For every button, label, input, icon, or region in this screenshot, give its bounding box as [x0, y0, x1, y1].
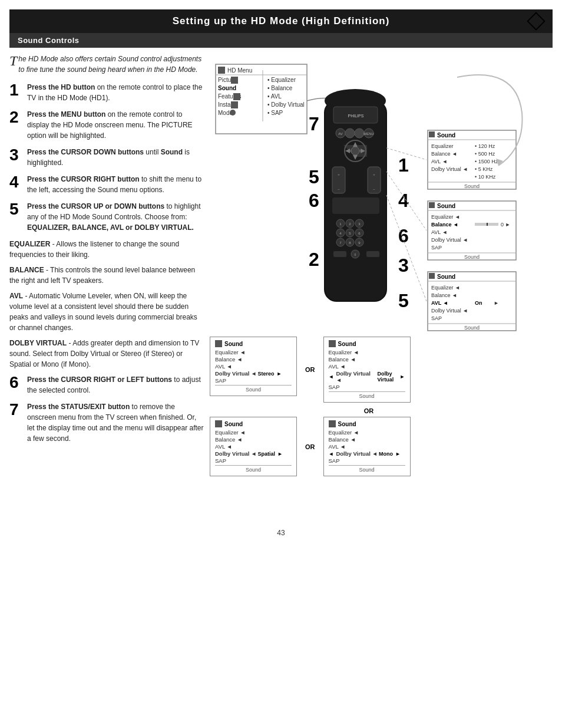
step-badge-6: 6 [309, 190, 319, 211]
svg-rect-71 [429, 131, 435, 137]
sound-panel-spatial: Sound Equalizer ◄ Balance ◄ AVL ◄ Dolby … [210, 417, 297, 476]
svg-text:AVL ◄: AVL ◄ [431, 300, 448, 306]
step-3: 3 Press the CURSOR DOWN buttons until So… [9, 147, 204, 168]
svg-text:AVL      ◄: AVL ◄ [431, 159, 447, 164]
svg-rect-47 [332, 197, 379, 214]
svg-text:Dolby Virtual ◄: Dolby Virtual ◄ [431, 308, 468, 314]
section-header: Sound Controls [9, 33, 553, 48]
bottom-section: Sound Equalizer ◄ Balance ◄ AVL ◄ Dolby … [210, 337, 528, 476]
svg-rect-86 [429, 202, 435, 208]
svg-text:MENU: MENU [363, 132, 374, 136]
right-column: HD Menu Picture Sound Features Install M… [210, 54, 553, 513]
or-label-3: OR [305, 443, 315, 450]
step-badge-5: 5 [309, 166, 319, 187]
sound-panel-dolby-dv: Sound Equalizer ◄ Balance ◄ AVL ◄ ◄ Dolb… [323, 337, 411, 403]
svg-text:Sound: Sound [437, 203, 455, 209]
step-badge-1: 1 [398, 154, 409, 176]
sound-panel-3: Sound Equalizer ◄ Balance ◄ AVL ◄ On ► D… [428, 272, 516, 331]
svg-text:• Balance: • Balance [267, 85, 293, 91]
step-1: 1 Press the HD button on the remote cont… [9, 82, 204, 103]
sound-icon-3 [215, 420, 222, 427]
svg-rect-10 [231, 101, 238, 108]
diamond-icon [525, 11, 547, 32]
hd-menu-box: HD Menu Picture Sound Features Install M… [216, 64, 307, 134]
svg-text:Sound: Sound [437, 132, 455, 139]
svg-text:• 10 KHz: • 10 KHz [475, 174, 496, 180]
svg-point-27 [355, 129, 364, 138]
page-title: Setting up the HD Mode (High Definition) [9, 9, 553, 33]
step-5: 5 Press the CURSOR UP or DOWN buttons to… [9, 201, 204, 233]
svg-text:• 1500 Hz: • 1500 Hz [475, 159, 498, 164]
svg-point-26 [345, 129, 355, 138]
svg-marker-0 [528, 13, 545, 30]
svg-text:• SAP: • SAP [267, 110, 283, 116]
sound-panel-mono: Sound Equalizer ◄ Balance ◄ AVL ◄ ◄ Dolb… [323, 417, 411, 476]
svg-text:• 500 Hz: • 500 Hz [475, 151, 495, 157]
svg-text:On: On [475, 300, 482, 306]
svg-text:Equalizer: Equalizer [431, 143, 454, 149]
main-layout: T he HD Mode also offers certain Sound c… [0, 48, 562, 519]
svg-text:AVL     ◄: AVL ◄ [431, 229, 447, 235]
step-badge-6b: 6 [398, 225, 409, 246]
svg-text:Dolby Virtual ◄: Dolby Virtual ◄ [431, 237, 468, 243]
svg-text:0: 0 [355, 253, 356, 256]
remote-control: PHILIPS AV MENU [325, 89, 386, 301]
title-text: Setting up the HD Mode (High Definition) [173, 15, 390, 27]
svg-rect-92 [487, 223, 488, 226]
svg-text:SAP: SAP [431, 245, 442, 251]
sound-panel-dolby-stereo: Sound Equalizer ◄ Balance ◄ AVL ◄ Dolby … [210, 337, 297, 396]
term-balance: BALANCE - This controls the sound level … [9, 265, 204, 286]
svg-text:Sound: Sound [464, 325, 480, 331]
svg-text:Sound: Sound [218, 85, 236, 91]
step-badge-7: 7 [309, 113, 319, 134]
svg-rect-5 [231, 77, 238, 84]
svg-text:• Dolby Virtual: • Dolby Virtual [267, 101, 305, 108]
svg-text:AV: AV [338, 132, 343, 136]
sound-icon-4 [329, 420, 336, 427]
term-equalizer: EQUALIZER - Allows the listener to chang… [9, 239, 204, 260]
svg-text:Balance   ◄: Balance ◄ [431, 292, 457, 298]
step-badge-2: 2 [309, 249, 319, 270]
svg-text:• 120 Hz: • 120 Hz [475, 143, 495, 149]
svg-text:SAP: SAP [431, 315, 442, 321]
svg-text:+: + [338, 173, 340, 176]
svg-rect-66 [333, 251, 346, 257]
svg-text:• 5 KHz: • 5 KHz [475, 166, 493, 172]
step-badge-4: 4 [398, 190, 409, 211]
left-column: T he HD Mode also offers certain Sound c… [9, 54, 210, 513]
svg-text:HD Menu: HD Menu [227, 67, 252, 74]
svg-text:Sound: Sound [464, 254, 480, 260]
svg-text:Balance  ◄: Balance ◄ [431, 151, 457, 157]
svg-rect-100 [429, 273, 435, 279]
svg-text:0 ►: 0 ► [501, 222, 510, 228]
svg-text:Balance ◄: Balance ◄ [431, 222, 458, 228]
svg-rect-69 [366, 251, 379, 257]
svg-rect-8 [233, 93, 240, 100]
svg-text:Dolby Virtual ◄: Dolby Virtual ◄ [431, 166, 468, 172]
svg-text:• AVL: • AVL [267, 93, 282, 100]
svg-text:+: + [373, 173, 375, 176]
svg-text:PHILIPS: PHILIPS [348, 114, 364, 118]
svg-text:Sound: Sound [464, 183, 480, 189]
svg-point-40 [351, 147, 359, 155]
sound-icon [215, 340, 222, 347]
intro-text: T he HD Mode also offers certain Sound c… [9, 54, 204, 75]
svg-line-114 [386, 195, 427, 301]
sound-icon-2 [329, 340, 336, 347]
step-7: 7 Press the STATUS/EXIT button to remove… [9, 401, 204, 444]
or-label-2: OR [210, 407, 528, 414]
svg-rect-12 [230, 110, 236, 116]
step-2: 2 Press the MENU button on the remote co… [9, 109, 204, 141]
svg-text:• Equalizer: • Equalizer [267, 77, 296, 83]
step-badge-3: 3 [398, 255, 409, 276]
sound-panel-1: Sound Equalizer • 120 Hz Balance ◄ • 500… [428, 130, 516, 189]
step-badge-5b: 5 [398, 290, 409, 311]
svg-text:►: ► [494, 300, 499, 306]
svg-text:Equalizer ◄: Equalizer ◄ [431, 214, 460, 220]
step-6: 6 Press the CURSOR RIGHT or LEFT buttons… [9, 374, 204, 396]
svg-rect-2 [218, 67, 225, 74]
term-avl: AVL - Automatic Volume Leveler, when ON,… [9, 291, 204, 333]
sound-panel-2: Sound Equalizer ◄ Balance ◄ 0 ► AVL ◄ Do… [428, 201, 516, 260]
svg-text:Equalizer ◄: Equalizer ◄ [431, 285, 460, 291]
svg-text:Sound: Sound [437, 274, 455, 280]
